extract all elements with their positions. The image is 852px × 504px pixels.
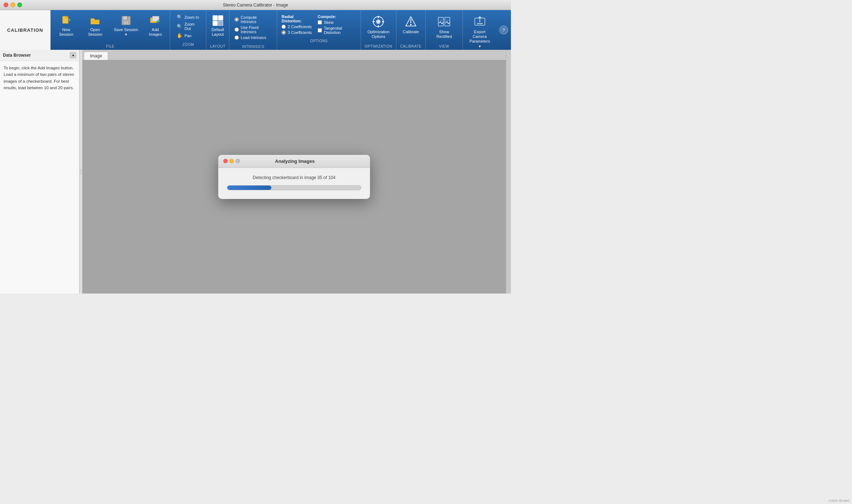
scrollbar-area[interactable] xyxy=(506,50,511,294)
radial-title: Radial Distortion: xyxy=(281,14,312,23)
tangential-distortion-option[interactable]: Tangential Distortion xyxy=(318,26,356,35)
content-area: Image Analyzing Images xyxy=(82,50,506,294)
image-tab[interactable]: Image xyxy=(84,52,108,60)
view-icon xyxy=(438,15,451,28)
skew-checkbox[interactable] xyxy=(318,20,322,25)
3-coefficients-option[interactable]: 3 Coefficients xyxy=(281,30,312,35)
svg-rect-13 xyxy=(213,16,218,20)
svg-rect-1 xyxy=(67,16,68,18)
optimization-label: OptimizationOptions xyxy=(367,30,390,39)
new-session-button[interactable]: New Session xyxy=(53,13,79,39)
close-button[interactable] xyxy=(4,3,8,7)
skew-label: Skew xyxy=(324,20,334,25)
modal-traffic-lights xyxy=(223,159,240,163)
compute-intrinsics-option[interactable]: Compute Intrinsics xyxy=(234,15,272,24)
export-label: Export CameraParameters ▾ xyxy=(469,30,490,49)
new-icon xyxy=(60,15,72,26)
open-session-button[interactable]: Open Session xyxy=(81,13,109,39)
modal-close-button[interactable] xyxy=(223,159,228,163)
toolbar-view-section: Show Rectified VIEW xyxy=(426,10,463,50)
svg-rect-27 xyxy=(445,17,450,26)
calibrate-button[interactable]: Calibrate xyxy=(399,13,423,36)
load-intrinsics-option[interactable]: Load Intrinsics xyxy=(234,35,272,40)
save-session-button[interactable]: Save Session ▾ xyxy=(111,13,141,39)
3-coeff-radio[interactable] xyxy=(281,30,286,35)
zoom-out-button[interactable]: 🔍 Zoom Out xyxy=(175,21,201,31)
save-icon xyxy=(120,15,132,26)
optimization-options-button[interactable]: OptimizationOptions xyxy=(363,13,394,41)
view-buttons: Show Rectified xyxy=(428,12,460,43)
file-label: FILE xyxy=(53,43,168,50)
modal-title: Analyzing Images xyxy=(243,158,347,164)
modal-overlay: Analyzing Images Detecting checkerboard … xyxy=(82,60,506,294)
show-rectified-button[interactable]: Show Rectified xyxy=(428,13,460,41)
load-intrinsics-radio[interactable] xyxy=(234,35,239,40)
title-bar: Stereo Camera Calibrator - Image xyxy=(0,0,511,10)
resize-handle[interactable] xyxy=(79,50,82,294)
modal-min-button[interactable] xyxy=(229,159,234,163)
help-area: ? xyxy=(496,10,511,50)
svg-rect-6 xyxy=(123,16,128,20)
analyzing-dialog: Analyzing Images Detecting checkerboard … xyxy=(218,155,370,199)
pan-button[interactable]: ✋ Pan xyxy=(175,32,201,39)
options-label: OPTIONS xyxy=(279,38,358,44)
help-button[interactable]: ? xyxy=(499,26,508,34)
compute-options: Skew Tangential Distortion xyxy=(318,20,356,35)
export-camera-button[interactable]: Export CameraParameters ▾ xyxy=(465,13,494,51)
toolbar-layout-section: DefaultLayout LAYOUT xyxy=(206,10,229,50)
sidebar-collapse-button[interactable]: ▾ xyxy=(70,52,76,58)
use-fixed-intrinsics-label: Use Fixed Intrinsics xyxy=(241,25,272,34)
main-content: Data Browser ▾ To begin, click the Add I… xyxy=(0,50,511,294)
layout-buttons: DefaultLayout xyxy=(208,12,227,43)
add-images-label: Add Images xyxy=(146,27,165,37)
add-images-icon xyxy=(150,15,161,26)
calibrate-icon xyxy=(404,15,417,28)
pan-label: Pan xyxy=(184,34,192,38)
open-session-label: Open Session xyxy=(84,27,106,37)
show-rectified-label: Show Rectified xyxy=(432,30,456,39)
radial-options: 2 Coefficients 3 Coefficients xyxy=(281,25,312,35)
compute-title: Compute: xyxy=(318,14,356,19)
load-intrinsics-label: Load Intrinsics xyxy=(241,35,266,40)
new-session-label: New Session xyxy=(56,27,77,37)
toolbar-calibrate-section: Calibrate CALIBRATE xyxy=(396,10,426,50)
layout-label: LAYOUT xyxy=(208,43,227,50)
maximize-button[interactable] xyxy=(17,3,22,7)
default-layout-button[interactable]: DefaultLayout xyxy=(208,13,227,39)
optimization-icon xyxy=(372,15,385,28)
intrinsics-options: Compute Intrinsics Use Fixed Intrinsics … xyxy=(232,12,275,43)
sidebar: Data Browser ▾ To begin, click the Add I… xyxy=(0,50,79,294)
intrinsics-label: INTRINSICS xyxy=(232,43,275,50)
toolbar-intrinsics-section: Compute Intrinsics Use Fixed Intrinsics … xyxy=(229,10,277,50)
use-fixed-intrinsics-radio[interactable] xyxy=(234,27,239,32)
svg-rect-14 xyxy=(218,16,223,20)
default-layout-label: DefaultLayout xyxy=(211,27,224,37)
2-coeff-label: 2 Coefficients xyxy=(288,25,311,29)
svg-rect-26 xyxy=(438,17,443,26)
skew-option[interactable]: Skew xyxy=(318,20,356,25)
file-buttons: New Session Open Session xyxy=(53,12,168,43)
2-coeff-radio[interactable] xyxy=(281,25,286,29)
layout-icon xyxy=(212,15,224,26)
zoom-in-button[interactable]: 🔍 Zoom In xyxy=(175,14,201,21)
export-buttons: Export CameraParameters ▾ xyxy=(465,12,494,51)
progress-bar-fill xyxy=(227,186,271,190)
compute-section: Compute: Skew Tangential Distortion xyxy=(318,14,356,35)
2-coefficients-option[interactable]: 2 Coefficients xyxy=(281,25,312,29)
window-title: Stereo Camera Calibrator - Image xyxy=(223,3,288,8)
toolbar-options-section: Radial Distortion: 2 Coefficients 3 Coef… xyxy=(277,10,361,50)
minimize-button[interactable] xyxy=(10,3,15,7)
toolbar-file-section: New Session Open Session xyxy=(51,10,170,50)
calibration-label: CALIBRATION xyxy=(0,10,51,50)
compute-intrinsics-radio[interactable] xyxy=(234,17,239,22)
view-section-label: VIEW xyxy=(428,43,460,50)
pan-icon: ✋ xyxy=(177,33,182,38)
zoom-items: 🔍 Zoom In 🔍 Zoom Out ✋ Pan xyxy=(172,12,204,41)
export-icon xyxy=(473,15,486,28)
use-fixed-intrinsics-option[interactable]: Use Fixed Intrinsics xyxy=(234,25,272,34)
zoom-in-label: Zoom In xyxy=(184,15,199,19)
toolbar-zoom-section: 🔍 Zoom In 🔍 Zoom Out ✋ Pan ZOOM xyxy=(170,10,206,50)
modal-title-bar: Analyzing Images xyxy=(218,155,370,168)
add-images-button[interactable]: Add Images xyxy=(143,13,168,39)
tangential-checkbox[interactable] xyxy=(318,28,322,32)
